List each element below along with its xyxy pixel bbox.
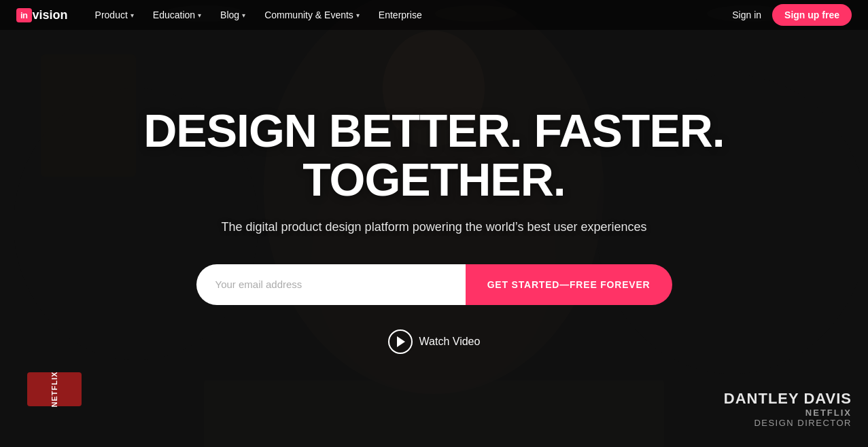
nav-item-product[interactable]: Product ▾ bbox=[87, 5, 142, 24]
logo-in-badge: in bbox=[16, 8, 32, 22]
sign-up-button[interactable]: Sign up free bbox=[772, 4, 852, 26]
play-circle-icon bbox=[388, 329, 413, 354]
chevron-down-icon: ▾ bbox=[198, 12, 201, 19]
main-nav: in vision Product ▾ Education ▾ Blog ▾ C… bbox=[0, 0, 868, 30]
chevron-down-icon: ▾ bbox=[131, 12, 134, 19]
nav-items: Product ▾ Education ▾ Blog ▾ Community &… bbox=[87, 5, 733, 24]
get-started-button[interactable]: GET STARTED—FREE FOREVER bbox=[466, 264, 672, 305]
hero-section: in vision Product ▾ Education ▾ Blog ▾ C… bbox=[0, 0, 868, 447]
attribution-name: DANTLEY DAVIS bbox=[724, 390, 852, 408]
watch-video-label: Watch Video bbox=[419, 336, 481, 348]
attribution-role: DESIGN DIRECTOR bbox=[724, 418, 852, 428]
hero-content: DESIGN BETTER. FASTER. TOGETHER. The dig… bbox=[0, 107, 868, 354]
logo-link[interactable]: in vision bbox=[16, 8, 68, 22]
email-input[interactable] bbox=[196, 264, 466, 305]
attribution-company: NETFLIX bbox=[724, 408, 852, 418]
hero-headline: DESIGN BETTER. FASTER. TOGETHER. bbox=[27, 107, 841, 204]
netflix-label: NETFLIX bbox=[50, 372, 58, 408]
nav-item-education[interactable]: Education ▾ bbox=[145, 5, 209, 24]
play-triangle-icon bbox=[397, 336, 405, 347]
netflix-box: NETFLIX bbox=[27, 372, 82, 406]
chevron-down-icon: ▾ bbox=[356, 12, 360, 19]
logo-vision-text: vision bbox=[33, 8, 68, 22]
nav-item-blog[interactable]: Blog ▾ bbox=[212, 5, 254, 24]
nav-item-community[interactable]: Community & Events ▾ bbox=[256, 5, 368, 24]
hero-subheadline: The digital product design platform powe… bbox=[221, 220, 646, 234]
cta-row: GET STARTED—FREE FOREVER bbox=[196, 264, 672, 305]
chevron-down-icon: ▾ bbox=[242, 12, 245, 19]
attribution: DANTLEY DAVIS NETFLIX DESIGN DIRECTOR bbox=[724, 390, 852, 428]
watch-video-button[interactable]: Watch Video bbox=[388, 329, 481, 354]
nav-right: Sign in Sign up free bbox=[732, 4, 852, 26]
nav-item-enterprise[interactable]: Enterprise bbox=[370, 5, 430, 24]
sign-in-link[interactable]: Sign in bbox=[732, 10, 761, 20]
